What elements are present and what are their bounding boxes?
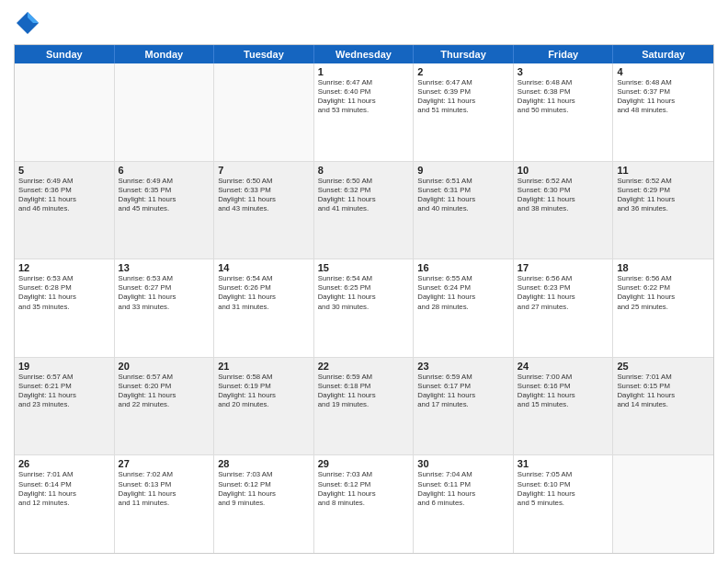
- day-number: 20: [119, 361, 210, 372]
- table-row: [613, 455, 713, 553]
- cell-info: Sunrise: 7:03 AM Sunset: 6:12 PM Dayligh…: [318, 470, 410, 508]
- cell-info: Sunrise: 6:56 AM Sunset: 6:23 PM Dayligh…: [518, 274, 609, 312]
- table-row: 1Sunrise: 6:47 AM Sunset: 6:40 PM Daylig…: [314, 63, 415, 161]
- cell-info: Sunrise: 6:47 AM Sunset: 6:40 PM Dayligh…: [318, 78, 410, 116]
- day-number: 10: [518, 165, 609, 176]
- day-number: 7: [218, 165, 310, 176]
- day-number: 15: [318, 262, 410, 273]
- table-row: 27Sunrise: 7:02 AM Sunset: 6:13 PM Dayli…: [115, 455, 215, 553]
- table-row: 24Sunrise: 7:00 AM Sunset: 6:16 PM Dayli…: [514, 358, 614, 455]
- table-row: 2Sunrise: 6:47 AM Sunset: 6:39 PM Daylig…: [414, 63, 514, 161]
- day-number: 17: [518, 262, 609, 273]
- table-row: 21Sunrise: 6:58 AM Sunset: 6:19 PM Dayli…: [214, 358, 314, 455]
- day-number: 16: [417, 262, 509, 273]
- table-row: 12Sunrise: 6:53 AM Sunset: 6:28 PM Dayli…: [15, 259, 115, 357]
- table-row: 14Sunrise: 6:54 AM Sunset: 6:26 PM Dayli…: [214, 259, 314, 357]
- table-row: 6Sunrise: 6:49 AM Sunset: 6:35 PM Daylig…: [115, 162, 215, 259]
- header-cell-sunday: Sunday: [15, 45, 115, 63]
- cell-info: Sunrise: 6:56 AM Sunset: 6:22 PM Dayligh…: [617, 274, 710, 312]
- day-number: 9: [417, 165, 509, 176]
- day-number: 8: [318, 165, 410, 176]
- header-cell-saturday: Saturday: [613, 45, 713, 63]
- cell-info: Sunrise: 6:54 AM Sunset: 6:25 PM Dayligh…: [318, 274, 410, 312]
- table-row: 20Sunrise: 6:57 AM Sunset: 6:20 PM Dayli…: [115, 358, 215, 455]
- calendar-row-0: 1Sunrise: 6:47 AM Sunset: 6:40 PM Daylig…: [15, 63, 713, 162]
- day-number: 26: [18, 458, 110, 469]
- day-number: 11: [617, 165, 710, 176]
- cell-info: Sunrise: 6:53 AM Sunset: 6:27 PM Dayligh…: [119, 274, 210, 312]
- cell-info: Sunrise: 6:52 AM Sunset: 6:30 PM Dayligh…: [518, 177, 609, 214]
- cell-info: Sunrise: 6:50 AM Sunset: 6:32 PM Dayligh…: [318, 177, 410, 214]
- calendar-row-3: 19Sunrise: 6:57 AM Sunset: 6:21 PM Dayli…: [15, 358, 713, 456]
- day-number: 12: [18, 262, 110, 273]
- table-row: 4Sunrise: 6:48 AM Sunset: 6:37 PM Daylig…: [613, 63, 713, 161]
- calendar-row-4: 26Sunrise: 7:01 AM Sunset: 6:14 PM Dayli…: [15, 455, 713, 553]
- logo: [14, 9, 45, 37]
- header-cell-monday: Monday: [115, 45, 215, 63]
- cell-info: Sunrise: 6:57 AM Sunset: 6:20 PM Dayligh…: [119, 373, 210, 410]
- day-number: 14: [218, 262, 310, 273]
- cell-info: Sunrise: 7:02 AM Sunset: 6:13 PM Dayligh…: [119, 470, 210, 508]
- calendar-body: 1Sunrise: 6:47 AM Sunset: 6:40 PM Daylig…: [15, 63, 713, 553]
- day-number: 23: [417, 361, 509, 372]
- day-number: 3: [518, 66, 609, 77]
- cell-info: Sunrise: 6:48 AM Sunset: 6:38 PM Dayligh…: [518, 78, 609, 116]
- table-row: 19Sunrise: 6:57 AM Sunset: 6:21 PM Dayli…: [15, 358, 115, 455]
- day-number: 2: [417, 66, 509, 77]
- cell-info: Sunrise: 7:04 AM Sunset: 6:11 PM Dayligh…: [417, 470, 509, 508]
- cell-info: Sunrise: 6:55 AM Sunset: 6:24 PM Dayligh…: [417, 274, 509, 312]
- logo-icon: [14, 9, 41, 37]
- calendar-row-2: 12Sunrise: 6:53 AM Sunset: 6:28 PM Dayli…: [15, 259, 713, 358]
- header-cell-thursday: Thursday: [414, 45, 514, 63]
- header-cell-wednesday: Wednesday: [314, 45, 415, 63]
- table-row: 15Sunrise: 6:54 AM Sunset: 6:25 PM Dayli…: [314, 259, 415, 357]
- table-row: 11Sunrise: 6:52 AM Sunset: 6:29 PM Dayli…: [613, 162, 713, 259]
- table-row: 9Sunrise: 6:51 AM Sunset: 6:31 PM Daylig…: [414, 162, 514, 259]
- cell-info: Sunrise: 6:51 AM Sunset: 6:31 PM Dayligh…: [417, 177, 509, 214]
- table-row: 10Sunrise: 6:52 AM Sunset: 6:30 PM Dayli…: [514, 162, 614, 259]
- cell-info: Sunrise: 6:53 AM Sunset: 6:28 PM Dayligh…: [18, 274, 110, 312]
- cell-info: Sunrise: 6:47 AM Sunset: 6:39 PM Dayligh…: [417, 78, 509, 116]
- cell-info: Sunrise: 6:58 AM Sunset: 6:19 PM Dayligh…: [218, 373, 310, 410]
- cell-info: Sunrise: 7:01 AM Sunset: 6:14 PM Dayligh…: [18, 470, 110, 508]
- cell-info: Sunrise: 6:49 AM Sunset: 6:36 PM Dayligh…: [18, 177, 110, 214]
- day-number: 4: [617, 66, 710, 77]
- table-row: 31Sunrise: 7:05 AM Sunset: 6:10 PM Dayli…: [514, 455, 614, 553]
- day-number: 31: [518, 458, 609, 469]
- cell-info: Sunrise: 7:01 AM Sunset: 6:15 PM Dayligh…: [617, 373, 710, 410]
- day-number: 24: [518, 361, 609, 372]
- page: SundayMondayTuesdayWednesdayThursdayFrid…: [0, 0, 728, 563]
- cell-info: Sunrise: 6:49 AM Sunset: 6:35 PM Dayligh…: [119, 177, 210, 214]
- cell-info: Sunrise: 6:54 AM Sunset: 6:26 PM Dayligh…: [218, 274, 310, 312]
- cell-info: Sunrise: 7:00 AM Sunset: 6:16 PM Dayligh…: [518, 373, 609, 410]
- table-row: [15, 63, 115, 161]
- table-row: 16Sunrise: 6:55 AM Sunset: 6:24 PM Dayli…: [414, 259, 514, 357]
- table-row: 18Sunrise: 6:56 AM Sunset: 6:22 PM Dayli…: [613, 259, 713, 357]
- table-row: [214, 63, 314, 161]
- table-row: 3Sunrise: 6:48 AM Sunset: 6:38 PM Daylig…: [514, 63, 614, 161]
- header-cell-tuesday: Tuesday: [214, 45, 314, 63]
- cell-info: Sunrise: 6:59 AM Sunset: 6:18 PM Dayligh…: [318, 373, 410, 410]
- table-row: 5Sunrise: 6:49 AM Sunset: 6:36 PM Daylig…: [15, 162, 115, 259]
- table-row: [115, 63, 215, 161]
- day-number: 29: [318, 458, 410, 469]
- header-cell-friday: Friday: [514, 45, 614, 63]
- calendar-header: SundayMondayTuesdayWednesdayThursdayFrid…: [15, 45, 713, 63]
- cell-info: Sunrise: 6:52 AM Sunset: 6:29 PM Dayligh…: [617, 177, 710, 214]
- day-number: 19: [18, 361, 110, 372]
- day-number: 22: [318, 361, 410, 372]
- table-row: 23Sunrise: 6:59 AM Sunset: 6:17 PM Dayli…: [414, 358, 514, 455]
- day-number: 5: [18, 165, 110, 176]
- cell-info: Sunrise: 6:48 AM Sunset: 6:37 PM Dayligh…: [617, 78, 710, 116]
- day-number: 21: [218, 361, 310, 372]
- calendar-row-1: 5Sunrise: 6:49 AM Sunset: 6:36 PM Daylig…: [15, 162, 713, 260]
- cell-info: Sunrise: 6:57 AM Sunset: 6:21 PM Dayligh…: [18, 373, 110, 410]
- day-number: 1: [318, 66, 410, 77]
- cell-info: Sunrise: 6:59 AM Sunset: 6:17 PM Dayligh…: [417, 373, 509, 410]
- day-number: 28: [218, 458, 310, 469]
- table-row: 17Sunrise: 6:56 AM Sunset: 6:23 PM Dayli…: [514, 259, 614, 357]
- calendar: SundayMondayTuesdayWednesdayThursdayFrid…: [14, 44, 714, 554]
- table-row: 22Sunrise: 6:59 AM Sunset: 6:18 PM Dayli…: [314, 358, 415, 455]
- table-row: 30Sunrise: 7:04 AM Sunset: 6:11 PM Dayli…: [414, 455, 514, 553]
- day-number: 30: [417, 458, 509, 469]
